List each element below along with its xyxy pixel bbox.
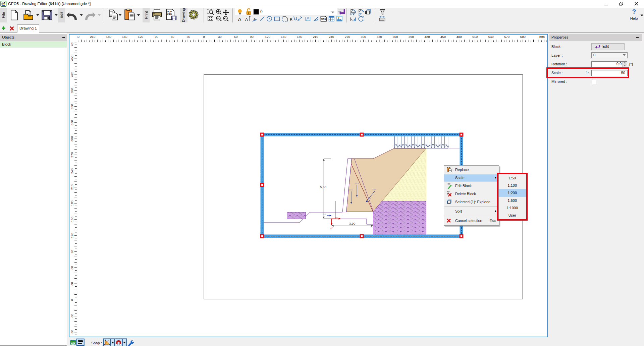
svg-text:A: A [245,17,248,22]
svg-text:510: 510 [472,35,478,39]
svg-text:360: 360 [392,35,398,39]
svg-text:?: ? [632,8,636,15]
svg-text:480: 480 [457,35,462,39]
svg-text:A: A [238,16,241,22]
svg-text:210: 210 [70,184,74,190]
svg-text:570: 570 [504,35,509,39]
svg-text:60: 60 [70,266,74,270]
svg-text:CAD: CAD [71,342,75,344]
svg-text:-60: -60 [70,330,74,335]
svg-text:390: 390 [70,88,74,93]
svg-text:420: 420 [425,35,430,39]
svg-text:-120: -120 [137,35,143,39]
svg-text:540: 540 [488,35,494,39]
svg-text:B: B [290,17,292,22]
svg-text:CAD: CAD [167,13,172,15]
svg-text:Snap :: Snap : [91,341,102,345]
svg-text:0: 0 [70,299,74,301]
svg-text:Help: Help [630,16,638,20]
svg-text:-240: -240 [73,35,79,39]
svg-text:173,00: 173,00 [372,188,376,190]
svg-text:450: 450 [70,56,74,61]
svg-text:300: 300 [70,136,74,141]
svg-text:90: 90 [250,35,254,39]
svg-text:0: 0 [203,35,205,39]
svg-text:600: 600 [520,35,526,39]
svg-text:mm: mm [539,35,545,39]
svg-text:5,60: 5,60 [320,185,326,189]
svg-text:101,76: 101,76 [355,182,359,184]
svg-text:-60: -60 [170,35,174,39]
svg-text:-210: -210 [89,35,95,39]
svg-text:-30: -30 [70,314,74,319]
svg-text:-150: -150 [121,35,127,39]
svg-text:-180: -180 [105,35,111,39]
svg-text:330: 330 [377,35,382,39]
svg-text:-90: -90 [154,35,158,39]
svg-text:16,30: 16,30 [322,213,326,215]
svg-text:120: 120 [70,233,74,238]
svg-text:3,90: 3,90 [349,222,356,225]
svg-text:112,80: 112,80 [349,189,353,191]
svg-text:2,11: 2,11 [335,217,338,218]
svg-text:11: 11 [307,17,309,19]
svg-text:CAD: CAD [321,18,326,20]
svg-text:180: 180 [297,35,302,39]
svg-text:330: 330 [70,120,74,125]
svg-text:210: 210 [313,35,318,39]
svg-text:48: 48 [70,43,74,46]
svg-text:360: 360 [70,104,74,109]
svg-text:90: 90 [70,250,74,253]
svg-text:300: 300 [361,35,366,39]
svg-text:450: 450 [440,35,446,39]
svg-text:240: 240 [70,168,74,174]
svg-text:30: 30 [70,282,74,286]
svg-text:PDF: PDF [167,10,172,13]
svg-text:150: 150 [281,35,286,39]
svg-text:150: 150 [70,217,74,222]
svg-text:390: 390 [409,35,414,39]
svg-text:120: 120 [265,35,270,39]
svg-text:240: 240 [329,35,334,39]
svg-text:-30: -30 [185,35,190,39]
svg-text:180: 180 [70,200,74,206]
svg-text:95,3: 95,3 [368,198,371,199]
svg-text:270: 270 [345,35,350,39]
svg-text:0: 0 [260,9,263,14]
svg-text:30: 30 [218,35,222,39]
svg-text:420: 420 [70,72,74,77]
svg-text:60: 60 [234,35,238,39]
svg-text:270: 270 [70,152,74,158]
